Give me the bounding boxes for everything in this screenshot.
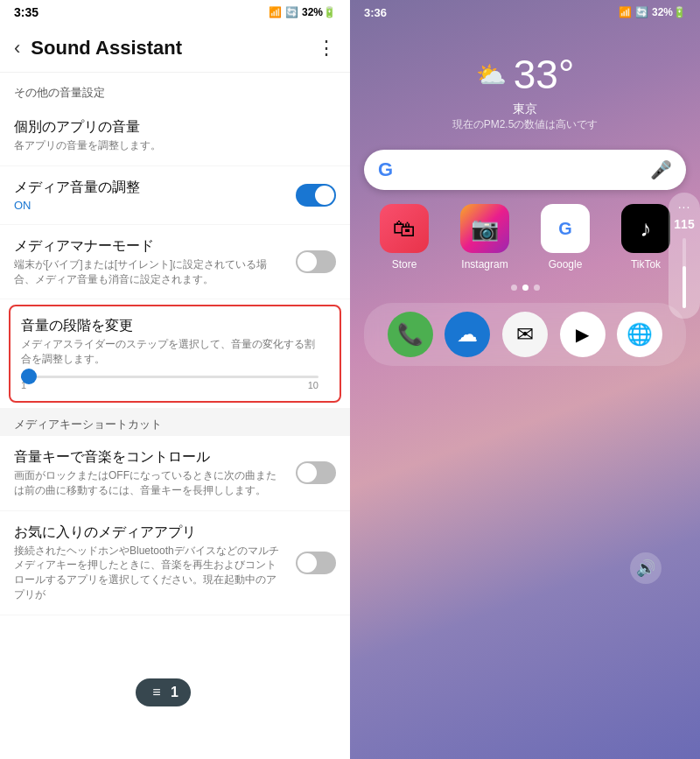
setting-title-5: 音量キーで音楽をコントロール	[14, 448, 285, 467]
setting-title-3: メディアマナーモード	[14, 237, 285, 256]
instagram-icon: 📷	[460, 204, 509, 253]
time-left: 3:35	[14, 5, 38, 19]
weather-temp: 33°	[514, 51, 575, 98]
setting-desc: 各アプリの音量を調整します。	[14, 138, 326, 153]
app-instagram[interactable]: 📷 Instagram	[460, 204, 509, 271]
dot-2-active	[522, 285, 528, 291]
setting-volume-steps[interactable]: 音量の段階を変更 メディアスライダーのステップを選択して、音量の変化する割合を調…	[9, 305, 341, 403]
google-label: Google	[549, 258, 583, 271]
toggle-music-control[interactable]	[296, 461, 336, 484]
store-label: Store	[392, 258, 417, 271]
header: ‹ Sound Assistant ⋮	[0, 25, 350, 73]
weather-desc: 現在のPM2.5の数値は高いです	[350, 117, 700, 132]
sound-icon: 🔊	[636, 559, 655, 578]
dot-3	[534, 285, 540, 291]
sound-fab-button[interactable]: 🔊	[630, 552, 662, 584]
weather-city: 東京	[350, 102, 700, 117]
volume-sidebar: ··· 115	[668, 193, 700, 319]
slider-container[interactable]	[21, 376, 318, 378]
badge-count: 1	[171, 685, 178, 700]
dock-mail[interactable]: ✉	[502, 312, 548, 357]
section-label-2: メディアキーショートカット	[0, 408, 350, 436]
slider-labels: 1 10	[21, 380, 318, 390]
toggle-fav-media[interactable]	[296, 552, 336, 574]
page-dots	[350, 285, 700, 291]
tiktok-icon: ♪	[621, 204, 670, 253]
time-right: 3:36	[364, 6, 387, 19]
setting-title: 個別のアプリの音量	[14, 118, 326, 137]
status-bar-right: 3:36 📶 🔄 32%🔋	[350, 0, 700, 25]
toggle-manner-mode[interactable]	[296, 250, 336, 273]
signal-icon-right: 📶	[619, 6, 632, 18]
battery-right: 32%🔋	[652, 6, 686, 18]
setting-text-3: メディアマナーモード 端末が[バイブ]または[サイレント]に設定されている場合、…	[14, 237, 296, 287]
store-icon: 🛍	[380, 204, 429, 253]
back-button[interactable]: ‹	[7, 33, 27, 63]
volume-number: 115	[674, 217, 694, 231]
setting-text-6: お気に入りのメディアアプリ 接続されたヘッドホンやBluetoothデバイスなど…	[14, 524, 296, 602]
floating-badge[interactable]: ≡ 1	[136, 678, 191, 706]
wifi-icon: 🔄	[285, 6, 298, 18]
setting-status: ON	[14, 199, 285, 212]
badge-menu-icon: ≡	[148, 684, 165, 701]
setting-title-4: 音量の段階を変更	[21, 317, 318, 335]
signal-icon: 📶	[269, 6, 282, 18]
more-options-button[interactable]: ⋮	[317, 37, 336, 60]
setting-fav-media[interactable]: お気に入りのメディアアプリ 接続されたヘッドホンやBluetoothデバイスなど…	[0, 511, 350, 615]
section-label-1: その他の音量設定	[0, 73, 350, 106]
weather-row: ⛅ 33°	[350, 51, 700, 98]
setting-text-4: 音量の段階を変更 メディアスライダーのステップを選択して、音量の変化する割合を調…	[21, 317, 329, 390]
app-grid: 🛍 Store 📷 Instagram G Google ♪ TikTok	[350, 204, 700, 271]
setting-media-manner[interactable]: メディアマナーモード 端末が[バイブ]または[サイレント]に設定されている場合、…	[0, 225, 350, 300]
left-panel: 3:35 📶 🔄 32%🔋 ‹ Sound Assistant ⋮ その他の音量…	[0, 0, 350, 759]
dock-playstore[interactable]: ▶	[560, 312, 606, 357]
toggle-knob-4	[298, 553, 317, 573]
app-google[interactable]: G Google	[541, 204, 590, 271]
dock-cloud[interactable]: ☁	[444, 312, 490, 357]
right-panel: 3:36 📶 🔄 32%🔋 ⛅ 33° 東京 現在のPM2.5の数値は高いです …	[350, 0, 700, 759]
search-bar[interactable]: G 🎤	[364, 150, 686, 190]
status-icons-right: 📶 🔄 32%🔋	[619, 6, 686, 18]
setting-media-volume-adj[interactable]: メディア音量の調整 ON	[0, 166, 350, 225]
settings-list: 個別のアプリの音量 各アプリの音量を調整します。 メディア音量の調整 ON メデ…	[0, 106, 350, 759]
setting-desc-6: 接続されたヘッドホンやBluetoothデバイスなどのマルチメディアキーを押した…	[14, 544, 285, 602]
setting-text-5: 音量キーで音楽をコントロール 画面がロックまたはOFFになっているときに次の曲ま…	[14, 448, 296, 498]
volume-slider-vertical[interactable]	[682, 238, 686, 308]
tiktok-label: TikTok	[631, 258, 661, 271]
toggle-knob-2	[298, 252, 317, 271]
instagram-label: Instagram	[461, 258, 508, 271]
weather-widget: ⛅ 33° 東京 現在のPM2.5の数値は高いです	[350, 25, 700, 150]
toggle-media-volume[interactable]	[296, 184, 336, 207]
setting-desc-3: 端末が[バイブ]または[サイレント]に設定されている場合、メディア音量も消音に設…	[14, 257, 285, 287]
volume-menu-dots: ···	[678, 200, 691, 214]
dock-phone[interactable]: 📞	[388, 312, 433, 357]
status-icons-left: 📶 🔄 32%🔋	[269, 6, 336, 18]
dock: 📞 ☁ ✉ ▶ 🌐	[364, 303, 686, 366]
header-left: ‹ Sound Assistant	[7, 33, 182, 63]
volume-fill	[682, 266, 686, 308]
setting-desc-4: メディアスライダーのステップを選択して、音量の変化する割合を調整します。	[21, 337, 318, 367]
toggle-knob-3	[298, 463, 317, 482]
status-bar-left: 3:35 📶 🔄 32%🔋	[0, 0, 350, 25]
volume-bar-container[interactable]: ··· 115	[668, 193, 700, 319]
wifi-icon-right: 🔄	[635, 6, 648, 18]
setting-music-control[interactable]: 音量キーで音楽をコントロール 画面がロックまたはOFFになっているときに次の曲ま…	[0, 436, 350, 511]
setting-text: 個別のアプリの音量 各アプリの音量を調整します。	[14, 118, 336, 153]
app-store[interactable]: 🛍 Store	[380, 204, 429, 271]
google-logo: G	[378, 158, 393, 181]
dock-chrome[interactable]: 🌐	[617, 312, 662, 357]
slider-track[interactable]	[21, 376, 318, 378]
battery-left: 32%🔋	[302, 6, 336, 18]
page-title: Sound Assistant	[31, 37, 182, 60]
dot-1	[511, 285, 517, 291]
app-tiktok[interactable]: ♪ TikTok	[621, 204, 670, 271]
slider-section: 1 10	[21, 376, 318, 390]
google-icon: G	[541, 204, 590, 253]
setting-desc-5: 画面がロックまたはOFFになっているときに次の曲または前の曲に移動するには、音量…	[14, 468, 285, 498]
setting-text-2: メディア音量の調整 ON	[14, 179, 296, 212]
mic-icon[interactable]: 🎤	[650, 159, 672, 180]
slider-max: 10	[308, 380, 318, 390]
setting-title-6: お気に入りのメディアアプリ	[14, 524, 285, 542]
setting-per-app-volume[interactable]: 個別のアプリの音量 各アプリの音量を調整します。	[0, 106, 350, 166]
weather-icon: ⛅	[476, 60, 507, 89]
